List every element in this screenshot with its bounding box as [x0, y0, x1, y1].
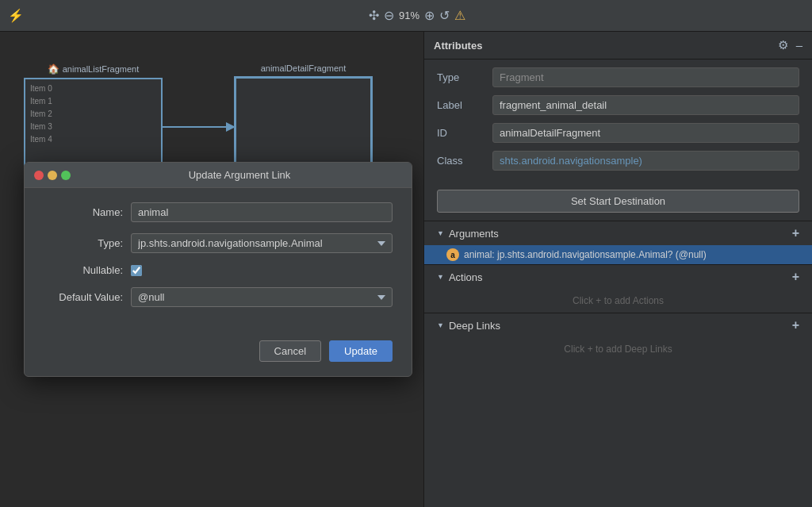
minimize-button[interactable]: [48, 171, 57, 180]
default-value-row: Default Value: @null: [44, 287, 393, 307]
dialog-body: Name: Type: jp.shts.android.navigationsa…: [25, 188, 412, 332]
gear-icon[interactable]: ⚙: [778, 38, 788, 52]
zoom-in-icon[interactable]: ⊕: [424, 8, 435, 23]
type-row: Type: jp.shts.android.navigationsample.A…: [44, 233, 393, 253]
default-value-label: Default Value:: [44, 291, 123, 303]
canvas-area: 🏠 animalListFragment Item 0 Item 1 Item …: [0, 32, 423, 507]
type-attr-label: Type: [437, 71, 485, 83]
zoom-out-icon[interactable]: ⊖: [384, 8, 394, 23]
type-select[interactable]: jp.shts.android.navigationsample.Animal: [131, 233, 393, 253]
warning-icon[interactable]: ⚠: [454, 8, 465, 23]
cancel-button[interactable]: Cancel: [259, 340, 321, 362]
deep-links-empty-text: Click + to add Deep Links: [424, 337, 812, 361]
deep-links-triangle-icon: ▼: [437, 321, 444, 329]
nullable-checkbox-wrapper: [131, 265, 142, 276]
type-attr-row: Type Fragment: [437, 67, 799, 87]
update-argument-dialog: Update Argument Link Name: Type: jp.shts…: [24, 162, 412, 377]
deep-links-section-label: Deep Links: [449, 320, 500, 332]
name-input[interactable]: [131, 202, 393, 222]
fit-icon[interactable]: ✣: [369, 8, 379, 23]
argument-text: animal: jp.shts.android.navigationsample…: [464, 249, 707, 260]
actions-section-header[interactable]: ▼ Actions +: [424, 264, 812, 289]
arguments-section-label: Arguments: [449, 228, 499, 240]
dialog-titlebar: Update Argument Link: [25, 163, 412, 188]
id-attr-row: ID animalDetailFragment: [437, 123, 799, 143]
name-row: Name:: [44, 202, 393, 222]
main-layout: 🏠 animalListFragment Item 0 Item 1 Item …: [0, 32, 812, 507]
label-attr-label: Label: [437, 99, 485, 111]
panel-header: Attributes ⚙ –: [424, 32, 812, 60]
type-label: Type:: [44, 237, 123, 249]
traffic-lights: [34, 171, 71, 180]
attributes-table: Type Fragment Label fragment_animal_deta…: [424, 60, 812, 186]
maximize-button[interactable]: [61, 171, 71, 180]
nullable-checkbox[interactable]: [131, 265, 142, 276]
nullable-row: Nullable:: [44, 264, 393, 276]
class-attr-label: Class: [437, 155, 485, 167]
app-icon: ⚡: [8, 8, 24, 23]
label-attr-value[interactable]: fragment_animal_detail: [492, 95, 799, 115]
arguments-section-header[interactable]: ▼ Arguments +: [424, 221, 812, 245]
argument-type-icon: a: [446, 248, 459, 261]
actions-section-label: Actions: [449, 271, 483, 283]
panel-title: Attributes: [434, 40, 482, 52]
undo-icon[interactable]: ↺: [439, 8, 450, 23]
dialog-title: Update Argument Link: [77, 169, 402, 181]
zoom-percent: 91%: [399, 10, 419, 21]
actions-triangle-icon: ▼: [437, 273, 444, 281]
set-start-destination-button[interactable]: Set Start Destination: [437, 190, 799, 213]
toolbar-center: ✣ ⊖ 91% ⊕ ↺ ⚠: [369, 8, 465, 23]
update-button[interactable]: Update: [329, 340, 393, 362]
class-attr-row: Class shts.android.navigationsample): [437, 151, 799, 171]
id-attr-value[interactable]: animalDetailFragment: [492, 123, 799, 143]
dialog-overlay: Update Argument Link Name: Type: jp.shts…: [0, 32, 423, 507]
deep-links-add-button[interactable]: +: [792, 318, 799, 332]
panel-header-icons: ⚙ –: [778, 38, 802, 52]
nullable-label: Nullable:: [44, 264, 123, 276]
class-attr-select[interactable]: shts.android.navigationsample): [492, 151, 799, 171]
actions-add-button[interactable]: +: [792, 270, 799, 284]
close-button[interactable]: [34, 171, 44, 180]
deep-links-section-header[interactable]: ▼ Deep Links +: [424, 313, 812, 337]
arguments-add-button[interactable]: +: [792, 226, 799, 240]
actions-empty-text: Click + to add Actions: [424, 289, 812, 313]
id-attr-label: ID: [437, 127, 485, 139]
default-value-select[interactable]: @null: [131, 287, 393, 307]
dialog-footer: Cancel Update: [25, 332, 412, 376]
type-attr-value: Fragment: [492, 67, 799, 87]
label-attr-row: Label fragment_animal_detail: [437, 95, 799, 115]
right-panel: Attributes ⚙ – Type Fragment Label fragm…: [423, 32, 812, 507]
close-panel-icon[interactable]: –: [796, 38, 802, 52]
arguments-triangle-icon: ▼: [437, 229, 444, 237]
toolbar: ⚡ ✣ ⊖ 91% ⊕ ↺ ⚠: [0, 0, 812, 32]
class-select-wrapper: shts.android.navigationsample): [492, 151, 799, 171]
argument-item[interactable]: a animal: jp.shts.android.navigationsamp…: [424, 245, 812, 264]
name-label: Name:: [44, 206, 123, 218]
